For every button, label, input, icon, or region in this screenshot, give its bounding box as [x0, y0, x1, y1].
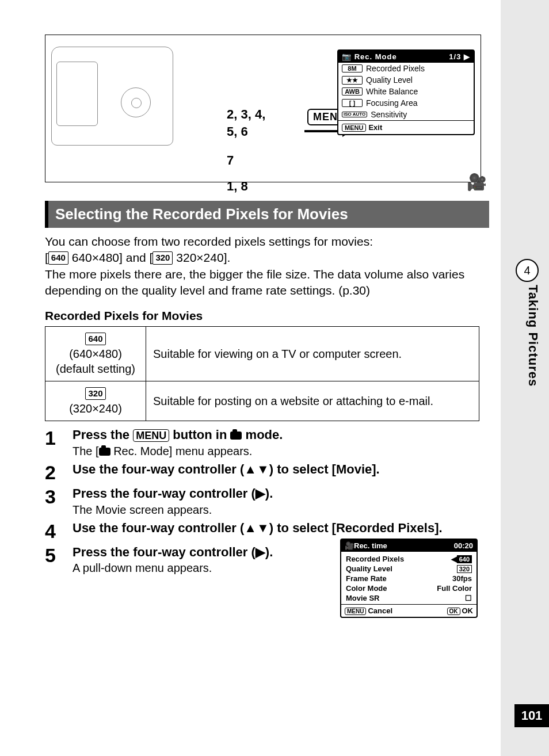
lcd2-header: 🎥Rec. time 00:20	[341, 540, 476, 552]
step-5-title: Press the four-way controller (▶).	[73, 544, 343, 561]
table-row: 320 (320×240) Suitable for posting on a …	[45, 381, 479, 421]
table-cell-320-desc: Suitable for posting on a website or att…	[146, 381, 479, 421]
lcd2-footer: MENUCancel OKOK	[341, 604, 476, 617]
table-row: 640 (640×480) (default setting) Suitable…	[45, 327, 479, 381]
pixel-option-640: 640	[457, 555, 472, 563]
camera-icon	[99, 448, 110, 456]
lcd-page-indicator: 1/3 ▶	[449, 52, 470, 61]
step-2-title: Use the four-way controller (▲▼) to sele…	[73, 461, 489, 478]
lcd2-row-quality: Quality Level 320	[346, 564, 472, 574]
page-content: 2, 3, 4, 5, 6 7 1, 8 MENU 📷 Rec. Mode 1/…	[0, 0, 501, 756]
table-heading: Recorded Pixels for Movies	[45, 309, 489, 323]
step-5-desc: A pull-down menu appears.	[73, 562, 343, 575]
step-1-desc: The [ Rec. Mode] menu appears.	[73, 445, 489, 458]
lcd-rec-mode-menu: 📷 Rec. Mode 1/3 ▶ 8MRecorded Pixels ★★Qu…	[337, 49, 475, 135]
lcd-movie-menu: 🎥Rec. time 00:20 Recorded Pixels ◀640 Qu…	[340, 539, 478, 618]
lcd-footer: MENUExit	[338, 120, 474, 134]
lcd-title: 📷 Rec. Mode	[342, 52, 397, 61]
lcd2-time: 00:20	[454, 541, 473, 550]
callout-ok-step: 7	[227, 153, 234, 168]
lcd-row-focus: [ ]Focusing Area	[338, 97, 474, 109]
camera-icon	[230, 432, 242, 440]
page-number: 101	[514, 704, 549, 727]
lcd2-row-colormode: Color Mode Full Color	[346, 583, 472, 593]
step-2: 2 Use the four-way controller (▲▼) to se…	[45, 461, 489, 482]
table-cell-320: 320 (320×240)	[45, 381, 146, 421]
menu-chip-icon: MENU	[345, 608, 366, 615]
lcd-row-recorded-pixels: 8MRecorded Pixels	[338, 63, 474, 74]
step-1: 1 Press the MENU button in mode. The [ R…	[45, 427, 489, 458]
table-cell-640: 640 (640×480) (default setting)	[45, 327, 146, 381]
step-number: 1	[45, 427, 62, 458]
callout-dpad-steps-line1: 2, 3, 4,	[227, 107, 265, 122]
camera-illustration	[51, 47, 173, 146]
ok-chip-icon: OK	[447, 608, 460, 615]
step-number: 3	[45, 486, 62, 517]
lcd-row-quality: ★★Quality Level	[338, 74, 474, 86]
chapter-number-badge: 4	[516, 259, 539, 282]
lcd-header: 📷 Rec. Mode 1/3 ▶	[338, 51, 474, 63]
lcd-icon-8m: 8M	[342, 64, 363, 72]
step-number: 4	[45, 520, 62, 541]
step-3-desc: The Movie screen appears.	[73, 503, 489, 517]
step-1-title: Press the MENU button in mode.	[73, 427, 489, 444]
lcd2-row-framerate: Frame Rate 30fps	[346, 574, 472, 583]
step-3: 3 Press the four-way controller (▶). The…	[45, 486, 489, 517]
chapter-title-vertical: Taking Pictures	[525, 285, 540, 387]
side-tab: 4 Taking Pictures 101	[501, 0, 549, 756]
recorded-pixels-table: 640 (640×480) (default setting) Suitable…	[45, 326, 479, 421]
step-5: 5 Press the four-way controller (▶). A p…	[45, 544, 489, 575]
section-heading: Selecting the Recorded Pixels for Movies	[45, 201, 489, 228]
step-4-title: Use the four-way controller (▲▼) to sele…	[73, 520, 489, 537]
lcd2-row-recorded-pixels: Recorded Pixels ◀640	[346, 554, 472, 564]
pixel-option-320: 320	[457, 565, 472, 573]
movie-mode-icon: 🎥	[467, 173, 487, 192]
step-3-title: Press the four-way controller (▶).	[73, 486, 489, 502]
lcd-icon-awb: AWB	[342, 87, 363, 96]
lcd2-title: 🎥Rec. time	[345, 541, 387, 550]
menu-chip-icon: MENU	[342, 124, 366, 132]
step-number: 5	[45, 544, 62, 575]
steps-list: 1 Press the MENU button in mode. The [ R…	[45, 427, 489, 575]
step-number: 2	[45, 461, 62, 482]
pixel-box-320-icon: 320	[152, 251, 173, 264]
lcd-icon-iso: ISO AUTO	[342, 112, 367, 117]
lcd-icon-stars: ★★	[342, 76, 363, 85]
dpad-illustration	[121, 87, 151, 117]
table-cell-640-desc: Suitable for viewing on a TV or computer…	[146, 327, 479, 381]
lcd-icon-focus: [ ]	[342, 99, 363, 107]
callout-menu-step: 1, 8	[227, 179, 248, 194]
lcd2-row-moviesr: Movie SR ☐	[346, 593, 472, 603]
intro-paragraph: You can choose from two recorded pixels …	[45, 234, 489, 299]
callout-dpad-steps-line2: 5, 6	[227, 124, 248, 139]
lcd-row-iso: ISO AUTOSensitivity	[338, 109, 474, 120]
lcd-row-wb: AWBWhite Balance	[338, 86, 474, 97]
menu-button-inline-icon: MENU	[133, 429, 169, 442]
pixel-box-640-icon: 640	[48, 251, 68, 264]
top-diagram-box: 2, 3, 4, 5, 6 7 1, 8 MENU 📷 Rec. Mode 1/…	[45, 35, 481, 182]
step-4: 4 Use the four-way controller (▲▼) to se…	[45, 520, 489, 541]
